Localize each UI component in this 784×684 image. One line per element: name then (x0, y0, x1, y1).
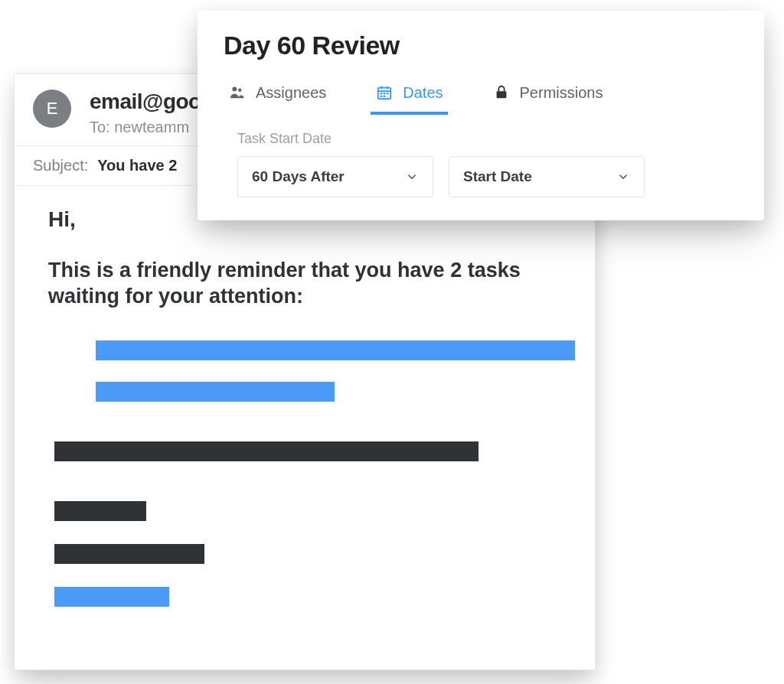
avatar-letter: E (47, 99, 58, 119)
tab-dates[interactable]: Dates (375, 79, 443, 114)
modal-title: Day 60 Review (224, 31, 738, 60)
select-row: 60 Days After Start Date (224, 156, 738, 197)
svg-rect-7 (384, 93, 386, 94)
redacted-bar (54, 441, 479, 461)
tab-label: Assignees (256, 84, 326, 102)
redacted-bar (96, 340, 575, 360)
task-modal: Day 60 Review Assignees Dates Permission… (198, 11, 764, 220)
section-label: Task Start Date (237, 131, 738, 147)
chevron-down-icon (405, 170, 419, 184)
modal-tabs: Assignees Dates Permissions (224, 79, 738, 114)
svg-point-1 (238, 89, 241, 92)
tab-label: Dates (403, 84, 443, 102)
svg-rect-8 (387, 93, 389, 94)
select-reference[interactable]: Start Date (449, 156, 645, 197)
redacted-bar (54, 587, 169, 607)
lock-icon (492, 83, 511, 102)
svg-rect-9 (381, 96, 383, 97)
redacted-bar (54, 544, 204, 564)
select-offset[interactable]: 60 Days After (237, 156, 433, 197)
email-intro: This is a friendly reminder that you hav… (48, 258, 561, 310)
redacted-bar (54, 501, 146, 521)
redacted-content (48, 340, 561, 607)
email-body: Hi, This is a friendly reminder that you… (15, 186, 595, 628)
tab-label: Permissions (520, 84, 603, 102)
avatar: E (33, 90, 71, 128)
select-label: 60 Days After (252, 168, 345, 185)
tab-assignees[interactable]: Assignees (228, 79, 326, 114)
svg-rect-10 (384, 96, 386, 97)
chevron-down-icon (616, 170, 630, 184)
redacted-bar (96, 382, 335, 402)
subject-label: Subject: (33, 157, 88, 174)
assignees-icon (228, 83, 247, 102)
select-label: Start Date (463, 168, 532, 185)
svg-rect-11 (496, 91, 506, 98)
calendar-icon (375, 83, 394, 102)
subject-text: You have 2 (97, 157, 177, 174)
svg-point-0 (232, 86, 237, 91)
tab-permissions[interactable]: Permissions (492, 79, 603, 114)
svg-rect-6 (381, 93, 383, 94)
